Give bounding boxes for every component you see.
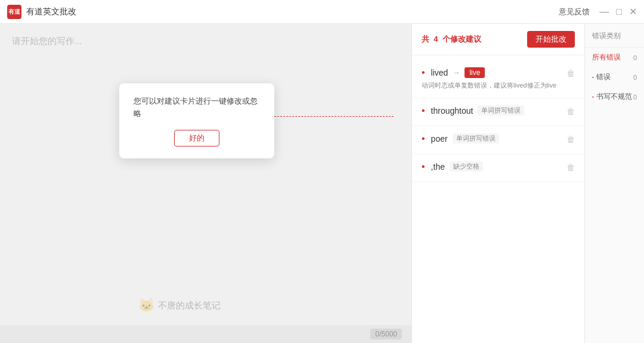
watermark: 🐱 不唐的成长笔记 bbox=[138, 298, 221, 313]
error-type-label: • 错误 bbox=[592, 72, 611, 82]
dashed-line bbox=[274, 116, 394, 117]
title-right: 意见反馈 — □ ✕ bbox=[559, 7, 637, 17]
suggestion-description: 动词时态或单复数错误，建议将lived修正为live bbox=[422, 80, 562, 91]
close-button[interactable]: ✕ bbox=[629, 7, 637, 17]
suggestions-count: 共 4 个修改建议 bbox=[422, 34, 481, 45]
window-controls: — □ ✕ bbox=[599, 7, 637, 17]
suggestion-correction[interactable]: live bbox=[465, 67, 485, 78]
suggestion-main: • throughtout 单词拼写错误 bbox=[422, 105, 562, 119]
editor-area: 请开始您的写作... 您可以对建议卡片进行一键修改或忽略 好的 🐱 不唐的成长笔… bbox=[0, 24, 411, 343]
suggestion-words: • throughtout 单词拼写错误 bbox=[422, 105, 562, 116]
title-left: 有道 有道英文批改 bbox=[7, 5, 76, 19]
arrow-icon: → bbox=[453, 68, 460, 77]
error-type-count: 0 bbox=[633, 93, 637, 101]
delete-icon[interactable]: 🗑 bbox=[566, 163, 575, 172]
editor-footer: 0/5000 bbox=[0, 325, 411, 343]
suggestion-main: • lived → live 动词时态或单复数错误，建议将lived修正为liv… bbox=[422, 67, 562, 91]
error-type-bullet: • bbox=[592, 74, 594, 80]
delete-icon[interactable]: 🗑 bbox=[566, 68, 575, 78]
suggestion-item: • throughtout 单词拼写错误 🗑 bbox=[412, 98, 584, 126]
watermark-icon: 🐱 bbox=[138, 298, 154, 313]
suggestion-item: • lived → live 动词时态或单复数错误，建议将lived修正为liv… bbox=[412, 60, 584, 98]
title-bar: 有道 有道英文批改 意见反馈 — □ ✕ bbox=[0, 0, 644, 24]
error-type-informal[interactable]: • 书写不规范 0 bbox=[585, 87, 644, 107]
suggestion-words: • ,the 缺少空格 bbox=[422, 161, 562, 172]
suggestion-words: • poer 单词拼写错误 bbox=[422, 133, 562, 144]
error-types-panel: 错误类别 所有错误 0 • 错误 0 • 书写不规范 0 bbox=[584, 24, 644, 343]
tooltip-popup: 您可以对建议卡片进行一键修改或忽略 好的 bbox=[119, 83, 274, 158]
error-type-all[interactable]: 所有错误 0 bbox=[585, 48, 644, 67]
delete-icon[interactable]: 🗑 bbox=[566, 107, 575, 116]
tooltip-text: 您可以对建议卡片进行一键修改或忽略 bbox=[134, 95, 260, 120]
suggestion-main: • poer 单词拼写错误 bbox=[422, 133, 562, 146]
error-type-count: 0 bbox=[633, 54, 637, 61]
bullet-icon: • bbox=[422, 161, 425, 172]
bullet-icon: • bbox=[422, 105, 425, 116]
suggestion-item: • poer 单词拼写错误 🗑 bbox=[412, 126, 584, 154]
suggestions-header: 共 4 个修改建议 开始批改 bbox=[412, 24, 584, 55]
bullet-icon: • bbox=[422, 133, 425, 144]
error-type-count: 0 bbox=[633, 74, 637, 81]
suggestion-badge: 单词拼写错误 bbox=[478, 105, 524, 116]
maximize-button[interactable]: □ bbox=[616, 7, 622, 17]
app-title: 有道英文批改 bbox=[26, 7, 76, 17]
app-logo: 有道 bbox=[7, 5, 21, 19]
start-correction-button[interactable]: 开始批改 bbox=[527, 31, 575, 48]
suggestion-badge: 单词拼写错误 bbox=[453, 133, 499, 144]
suggestion-original: poer bbox=[431, 134, 448, 144]
suggestion-original: throughtout bbox=[431, 106, 473, 116]
tooltip-btn-row: 好的 bbox=[134, 130, 260, 146]
suggestions-panel: 共 4 个修改建议 开始批改 • lived → live 动词时态或单复数错误… bbox=[411, 24, 584, 343]
suggestion-original: lived bbox=[431, 68, 448, 77]
feedback-button[interactable]: 意见反馈 bbox=[559, 7, 590, 17]
suggestion-item: • ,the 缺少空格 🗑 bbox=[412, 154, 584, 182]
tooltip-ok-button[interactable]: 好的 bbox=[174, 130, 219, 146]
error-type-label: 所有错误 bbox=[592, 52, 621, 63]
suggestion-words: • lived → live bbox=[422, 67, 562, 78]
word-count: 0/5000 bbox=[370, 329, 402, 339]
main-container: 请开始您的写作... 您可以对建议卡片进行一键修改或忽略 好的 🐱 不唐的成长笔… bbox=[0, 24, 644, 343]
error-type-error[interactable]: • 错误 0 bbox=[585, 67, 644, 87]
suggestions-list: • lived → live 动词时态或单复数错误，建议将lived修正为liv… bbox=[412, 55, 584, 343]
suggestion-original: ,the bbox=[431, 162, 445, 172]
error-types-title: 错误类别 bbox=[585, 31, 644, 48]
watermark-text: 不唐的成长笔记 bbox=[158, 300, 221, 311]
editor-content[interactable]: 请开始您的写作... 您可以对建议卡片进行一键修改或忽略 好的 🐱 不唐的成长笔… bbox=[0, 24, 411, 325]
error-type-bullet: • bbox=[592, 94, 594, 99]
suggestion-badge: 缺少空格 bbox=[450, 161, 483, 172]
error-type-label: • 书写不规范 bbox=[592, 92, 632, 102]
suggestion-main: • ,the 缺少空格 bbox=[422, 161, 562, 174]
bullet-icon: • bbox=[422, 67, 425, 78]
minimize-button[interactable]: — bbox=[599, 7, 609, 17]
delete-icon[interactable]: 🗑 bbox=[566, 135, 575, 144]
editor-placeholder: 请开始您的写作... bbox=[12, 36, 82, 47]
